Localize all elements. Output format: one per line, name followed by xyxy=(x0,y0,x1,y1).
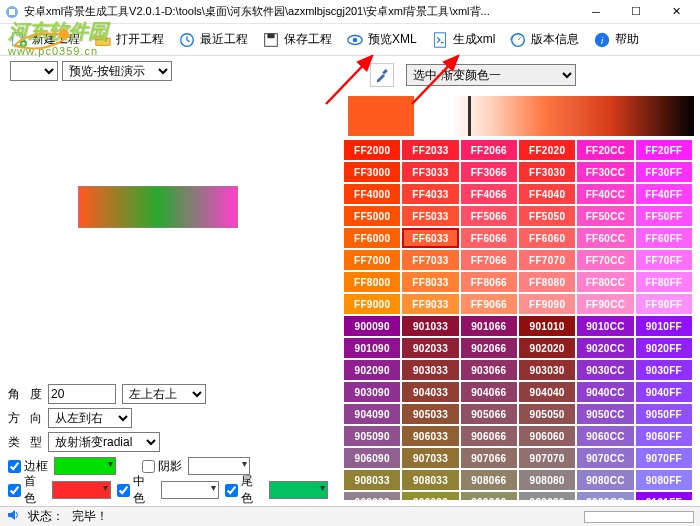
color-cell[interactable]: FF2020 xyxy=(519,140,575,160)
recent-project-button[interactable]: 最近工程 xyxy=(172,29,254,51)
color-cell[interactable]: FF9066 xyxy=(461,294,517,314)
color-cell[interactable]: FF80CC xyxy=(577,272,633,292)
color-cell[interactable]: FF3033 xyxy=(402,162,458,182)
color-cell[interactable]: 9040FF xyxy=(636,382,692,402)
color-cell[interactable]: 901010 xyxy=(519,316,575,336)
type-select[interactable]: 放射渐变radial xyxy=(48,432,160,452)
color-cell[interactable]: FF5066 xyxy=(461,206,517,226)
color-cell[interactable]: FF6066 xyxy=(461,228,517,248)
color-cell[interactable]: 9020CC xyxy=(577,338,633,358)
color-cell[interactable]: 9060CC xyxy=(577,426,633,446)
open-project-button[interactable]: 打开工程 xyxy=(88,29,170,51)
color-cell[interactable]: FF6060 xyxy=(519,228,575,248)
color-cell[interactable]: 901090 xyxy=(344,338,400,358)
color1-checkbox[interactable]: 首色 xyxy=(8,473,46,507)
color-cell[interactable]: 906060 xyxy=(519,426,575,446)
color-cell[interactable]: 909090 xyxy=(519,492,575,500)
color-cell[interactable]: 904066 xyxy=(461,382,517,402)
color-cell[interactable]: FF40FF xyxy=(636,184,692,204)
shade-strip[interactable] xyxy=(418,96,694,136)
shadow-checkbox[interactable]: 阴影 xyxy=(142,458,182,475)
color-cell[interactable]: FF8033 xyxy=(402,272,458,292)
direction-select[interactable]: 从左到右 xyxy=(48,408,132,428)
color-cell[interactable]: 905066 xyxy=(461,404,517,424)
color-cell[interactable]: 905090 xyxy=(344,426,400,446)
color-cell[interactable]: FF60CC xyxy=(577,228,633,248)
color-cell[interactable]: FF8000 xyxy=(344,272,400,292)
color-cell[interactable]: 905050 xyxy=(519,404,575,424)
color-cell[interactable]: FF4040 xyxy=(519,184,575,204)
eyedropper-button[interactable] xyxy=(370,63,394,87)
color-cell[interactable]: FF5000 xyxy=(344,206,400,226)
color-cell[interactable]: 908033 xyxy=(402,470,458,490)
color-cell[interactable]: 9101FF xyxy=(636,492,692,500)
shadow-color-swatch[interactable] xyxy=(188,457,250,475)
color-cell[interactable]: 908066 xyxy=(461,470,517,490)
color-cell[interactable]: FF5033 xyxy=(402,206,458,226)
color-cell[interactable]: FF80FF xyxy=(636,272,692,292)
color-cell[interactable]: 902033 xyxy=(402,338,458,358)
picker-mode-select[interactable]: 选中-渐变颜色一 xyxy=(406,64,576,86)
color-cell[interactable]: FF8080 xyxy=(519,272,575,292)
color-cell[interactable]: 906066 xyxy=(461,426,517,446)
shade-marker[interactable] xyxy=(468,96,471,136)
color-cell[interactable]: 9090CC xyxy=(577,492,633,500)
preview-mode-select[interactable]: 预览-按钮演示 xyxy=(62,61,172,81)
angle-corner-select[interactable]: 左上右上 xyxy=(122,384,206,404)
color-cell[interactable]: FF90CC xyxy=(577,294,633,314)
color-cell[interactable]: 905033 xyxy=(402,404,458,424)
color-cell[interactable]: 907070 xyxy=(519,448,575,468)
color-cell[interactable]: FF70CC xyxy=(577,250,633,270)
color-cell[interactable]: 902090 xyxy=(344,360,400,380)
color-cell[interactable]: FF7066 xyxy=(461,250,517,270)
build-xml-button[interactable]: 生成xml xyxy=(425,29,502,51)
color-cell[interactable]: FF20FF xyxy=(636,140,692,160)
color-cell[interactable]: FF90FF xyxy=(636,294,692,314)
color-cell[interactable]: 908033 xyxy=(344,470,400,490)
color-cell[interactable]: FF30FF xyxy=(636,162,692,182)
help-button[interactable]: i 帮助 xyxy=(587,29,645,51)
color-cell[interactable]: 9020FF xyxy=(636,338,692,358)
color-cell[interactable]: 9080FF xyxy=(636,470,692,490)
color-cell[interactable]: 9030FF xyxy=(636,360,692,380)
minimize-button[interactable]: ─ xyxy=(576,0,616,24)
color-cell[interactable]: 903033 xyxy=(402,360,458,380)
color-cell[interactable]: 9080CC xyxy=(577,470,633,490)
color2-swatch[interactable] xyxy=(161,481,220,499)
version-button[interactable]: 版本信息 xyxy=(503,29,585,51)
color-cell[interactable]: 9050FF xyxy=(636,404,692,424)
color-cell[interactable]: 903066 xyxy=(461,360,517,380)
color-cell[interactable]: 908090 xyxy=(344,492,400,500)
color-cell[interactable]: 909033 xyxy=(402,492,458,500)
color-cell[interactable]: 9050CC xyxy=(577,404,633,424)
color-cell[interactable]: FF3030 xyxy=(519,162,575,182)
color-cell[interactable]: 907066 xyxy=(461,448,517,468)
color-cell[interactable]: FF40CC xyxy=(577,184,633,204)
color-cell[interactable]: FF50CC xyxy=(577,206,633,226)
color-cell[interactable]: 904033 xyxy=(402,382,458,402)
color-cell[interactable]: 9070FF xyxy=(636,448,692,468)
color-cell[interactable]: FF60FF xyxy=(636,228,692,248)
color-cell[interactable]: 902066 xyxy=(461,338,517,358)
color-cell[interactable]: FF9090 xyxy=(519,294,575,314)
color-cell[interactable]: 904090 xyxy=(344,404,400,424)
color-cell[interactable]: 901066 xyxy=(461,316,517,336)
close-button[interactable]: ✕ xyxy=(656,0,696,24)
border-checkbox[interactable]: 边框 xyxy=(8,458,48,475)
color-cell[interactable]: FF9000 xyxy=(344,294,400,314)
color-cell[interactable]: FF3066 xyxy=(461,162,517,182)
color-cell[interactable]: FF4066 xyxy=(461,184,517,204)
color-cell[interactable]: FF7033 xyxy=(402,250,458,270)
current-color-swatch[interactable] xyxy=(348,96,414,136)
color-cell[interactable]: 9010CC xyxy=(577,316,633,336)
speaker-icon[interactable] xyxy=(6,508,20,525)
border-color-swatch[interactable] xyxy=(54,457,116,475)
color-cell[interactable]: FF2033 xyxy=(402,140,458,160)
color1-swatch[interactable] xyxy=(52,481,111,499)
color3-checkbox[interactable]: 尾色 xyxy=(225,473,263,507)
color-cell[interactable]: FF7070 xyxy=(519,250,575,270)
color-cell[interactable]: 9070CC xyxy=(577,448,633,468)
color-cell[interactable]: FF4033 xyxy=(402,184,458,204)
color-cell[interactable]: 9060FF xyxy=(636,426,692,446)
color-cell[interactable]: 9040CC xyxy=(577,382,633,402)
